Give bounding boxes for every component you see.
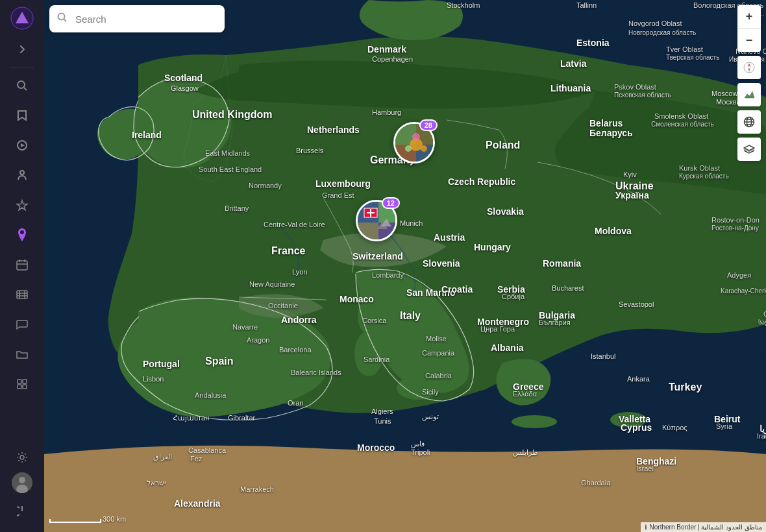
map-background — [44, 0, 766, 532]
svg-rect-17 — [23, 385, 27, 389]
layers-control — [737, 138, 761, 161]
terrain-button[interactable] — [737, 83, 761, 106]
sidebar-item-person[interactable] — [9, 162, 35, 188]
app-logo[interactable] — [9, 5, 35, 31]
svg-point-30 — [512, 415, 557, 428]
svg-point-49 — [58, 14, 65, 20]
photo-cluster-2[interactable]: 12 — [356, 200, 397, 241]
info-icon[interactable]: ℹ — [645, 524, 647, 531]
svg-point-1 — [18, 81, 25, 88]
sidebar-item-star[interactable] — [9, 192, 35, 218]
sidebar-divider-1 — [10, 67, 34, 68]
compass-button[interactable] — [737, 56, 761, 79]
terrain-control — [737, 83, 761, 106]
scale-label: 300 km — [103, 515, 126, 523]
attribution: ℹ Northern Border | مناطق الحدود الشمالي… — [641, 522, 766, 532]
cluster-badge-1: 28 — [419, 119, 438, 131]
zoom-out-button[interactable]: − — [737, 29, 761, 52]
sidebar — [0, 0, 44, 532]
sidebar-item-location[interactable] — [9, 222, 35, 248]
sidebar-item-bookmark[interactable] — [9, 103, 35, 128]
svg-point-39 — [412, 133, 420, 141]
search-bar — [49, 5, 225, 32]
svg-line-2 — [24, 88, 27, 90]
user-avatar[interactable] — [12, 472, 32, 493]
svg-point-20 — [19, 477, 25, 483]
sidebar-item-settings[interactable] — [9, 444, 35, 470]
sidebar-item-film[interactable] — [9, 282, 35, 308]
sidebar-item-folder[interactable] — [9, 341, 35, 367]
globe-control — [737, 110, 761, 134]
globe-button[interactable] — [737, 110, 761, 134]
svg-line-50 — [64, 19, 67, 22]
svg-rect-5 — [17, 261, 27, 270]
svg-rect-14 — [18, 380, 21, 383]
sidebar-item-play[interactable] — [9, 132, 35, 158]
scale-ruler — [49, 519, 101, 523]
layers-button[interactable] — [737, 138, 761, 161]
svg-point-4 — [20, 171, 24, 175]
svg-point-18 — [20, 455, 24, 459]
map-controls: + − — [737, 5, 761, 163]
svg-rect-16 — [18, 385, 21, 389]
expand-button[interactable] — [12, 39, 32, 60]
svg-point-29 — [610, 412, 647, 428]
svg-point-40 — [405, 145, 412, 152]
search-input[interactable] — [49, 5, 225, 32]
sidebar-item-chat[interactable] — [9, 311, 35, 337]
cluster-badge-2: 12 — [382, 197, 400, 209]
compass-control — [737, 56, 761, 79]
svg-rect-45 — [358, 223, 378, 241]
svg-rect-9 — [17, 291, 27, 298]
sidebar-item-search[interactable] — [9, 73, 35, 99]
sidebar-item-grid[interactable] — [9, 371, 35, 397]
svg-point-26 — [354, 331, 383, 376]
svg-point-27 — [397, 376, 438, 400]
svg-point-28 — [358, 300, 376, 333]
search-icon — [57, 12, 68, 25]
attribution-text: Northern Border | مناطق الحدود الشمالية — [650, 524, 762, 531]
svg-point-41 — [421, 145, 427, 152]
power-button[interactable] — [9, 498, 35, 524]
sidebar-item-calendar[interactable] — [9, 252, 35, 278]
svg-rect-15 — [23, 380, 27, 383]
zoom-controls: + − — [737, 5, 761, 52]
photo-cluster-1[interactable]: 28 — [393, 122, 435, 163]
zoom-in-button[interactable]: + — [737, 5, 761, 29]
scale-bar: 300 km — [49, 515, 126, 524]
map-container[interactable]: Stockholm Tallinn Вологодская область Sc… — [44, 0, 766, 532]
